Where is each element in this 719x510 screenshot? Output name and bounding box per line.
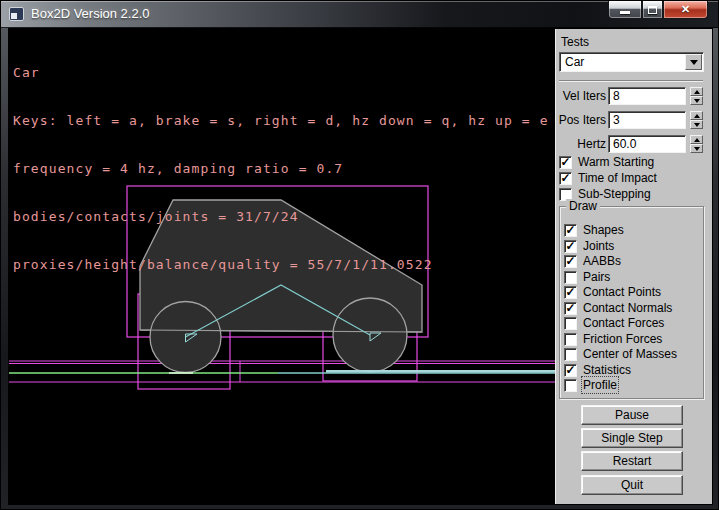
hud-line-proxies: proxies/height/balance/quality = 55/7/1/… — [13, 257, 549, 273]
draw-contact-forces-checkbox[interactable]: Contact Forces — [564, 316, 664, 330]
hud-line-frequency: frequency = 4 hz, damping ratio = 0.7 — [13, 161, 549, 177]
checkbox-icon[interactable] — [564, 348, 577, 361]
triangle-up-icon — [694, 114, 700, 118]
checkbox-icon[interactable]: ✓ — [564, 286, 577, 299]
checkbox-icon[interactable] — [564, 333, 577, 346]
triangle-down-icon — [694, 123, 700, 127]
window-title: Box2D Version 2.2.0 — [31, 6, 150, 21]
app-window: Box2D Version 2.2.0 ✕ — [0, 0, 719, 510]
checkbox-icon[interactable] — [564, 271, 577, 284]
hertz-stepper — [690, 135, 703, 153]
checkbox-icon[interactable] — [564, 379, 577, 392]
joints-label: Joints — [583, 239, 614, 253]
contact-points-label: Contact Points — [583, 285, 661, 299]
pos-iters-stepper — [690, 111, 703, 129]
checkbox-icon[interactable]: ✓ — [559, 156, 572, 169]
warm-starting-checkbox[interactable]: ✓ Warm Starting — [559, 155, 654, 169]
aabbs-label: AABBs — [583, 254, 621, 268]
vel-iters-row: Vel Iters — [556, 87, 713, 105]
restart-button[interactable]: Restart — [581, 451, 683, 471]
spinner-down-button[interactable] — [690, 96, 703, 105]
test-select-dropdown-button[interactable] — [685, 54, 702, 70]
hertz-input[interactable] — [608, 135, 686, 153]
contact-normals-label: Contact Normals — [583, 301, 672, 315]
pos-iters-input[interactable] — [608, 111, 686, 129]
spinner-up-button[interactable] — [690, 87, 703, 96]
spinner-up-button[interactable] — [690, 135, 703, 144]
spinner-down-button[interactable] — [690, 120, 703, 129]
checkbox-icon[interactable]: ✓ — [564, 302, 577, 315]
pos-iters-label: Pos Iters — [559, 113, 606, 127]
checkbox-icon[interactable]: ✓ — [559, 172, 572, 185]
chevron-down-icon — [690, 60, 698, 65]
control-panel: Tests Car Vel Iters Pos Iters — [555, 29, 712, 504]
minimize-icon — [620, 11, 630, 14]
test-select-value: Car — [560, 55, 685, 69]
center-of-masses-label: Center of Masses — [583, 347, 677, 361]
maximize-button[interactable] — [642, 1, 663, 19]
window-controls: ✕ — [608, 1, 708, 19]
checkbox-icon[interactable]: ✓ — [564, 255, 577, 268]
app-icon — [9, 7, 24, 21]
friction-forces-label: Friction Forces — [583, 332, 662, 346]
hud-stats: Car Keys: left = a, brake = s, right = d… — [13, 33, 549, 305]
contact-forces-label: Contact Forces — [583, 316, 664, 330]
hud-line-bodies: bodies/contacts/joints = 31/7/24 — [13, 209, 549, 225]
time-of-impact-checkbox[interactable]: ✓ Time of Impact — [559, 171, 657, 185]
single-step-button[interactable]: Single Step — [581, 428, 683, 448]
checkbox-icon[interactable]: ✓ — [564, 364, 577, 377]
pause-button[interactable]: Pause — [581, 405, 683, 425]
close-icon: ✕ — [681, 3, 690, 16]
close-button[interactable]: ✕ — [663, 1, 708, 19]
warm-starting-label: Warm Starting — [578, 155, 654, 169]
pos-iters-row: Pos Iters — [556, 111, 713, 129]
separator — [559, 80, 703, 82]
vel-iters-input[interactable] — [608, 87, 686, 105]
draw-contact-normals-checkbox[interactable]: ✓ Contact Normals — [564, 301, 672, 315]
triangle-down-icon — [694, 99, 700, 103]
draw-group-label: Draw — [566, 199, 600, 213]
title-bar[interactable]: Box2D Version 2.2.0 ✕ — [1, 1, 718, 28]
ground-segment-thick-cyan — [326, 370, 555, 373]
triangle-up-icon — [694, 138, 700, 142]
profile-label: Profile — [583, 378, 617, 392]
checkbox-icon[interactable]: ✓ — [564, 240, 577, 253]
draw-pairs-checkbox[interactable]: Pairs — [564, 270, 610, 284]
spinner-down-button[interactable] — [690, 144, 703, 153]
checkbox-icon[interactable] — [564, 317, 577, 330]
hud-line-keys: Keys: left = a, brake = s, right = d, hz… — [13, 113, 549, 129]
test-select[interactable]: Car — [559, 52, 704, 72]
window-content: Car Keys: left = a, brake = s, right = d… — [8, 28, 713, 505]
hertz-label: Hertz — [577, 137, 606, 151]
draw-profile-checkbox[interactable]: Profile — [564, 378, 617, 392]
triangle-down-icon — [694, 147, 700, 151]
hud-line-test-name: Car — [13, 65, 549, 81]
draw-contact-points-checkbox[interactable]: ✓ Contact Points — [564, 285, 661, 299]
hertz-row: Hertz — [556, 135, 713, 153]
statistics-label: Statistics — [583, 363, 631, 377]
vel-iters-label: Vel Iters — [563, 89, 606, 103]
pairs-label: Pairs — [583, 270, 610, 284]
triangle-up-icon — [694, 90, 700, 94]
draw-center-of-masses-checkbox[interactable]: Center of Masses — [564, 347, 677, 361]
draw-aabbs-checkbox[interactable]: ✓ AABBs — [564, 254, 621, 268]
tests-label: Tests — [561, 35, 589, 49]
shapes-label: Shapes — [583, 223, 624, 237]
physics-canvas[interactable]: Car Keys: left = a, brake = s, right = d… — [9, 29, 555, 504]
draw-joints-checkbox[interactable]: ✓ Joints — [564, 239, 614, 253]
draw-friction-forces-checkbox[interactable]: Friction Forces — [564, 332, 662, 346]
checkbox-icon[interactable]: ✓ — [564, 224, 577, 237]
vel-iters-stepper — [690, 87, 703, 105]
maximize-icon — [648, 6, 657, 14]
draw-statistics-checkbox[interactable]: ✓ Statistics — [564, 363, 631, 377]
minimize-button[interactable] — [608, 1, 642, 19]
time-of-impact-label: Time of Impact — [578, 171, 657, 185]
spinner-up-button[interactable] — [690, 111, 703, 120]
quit-button[interactable]: Quit — [581, 475, 683, 495]
draw-shapes-checkbox[interactable]: ✓ Shapes — [564, 223, 624, 237]
